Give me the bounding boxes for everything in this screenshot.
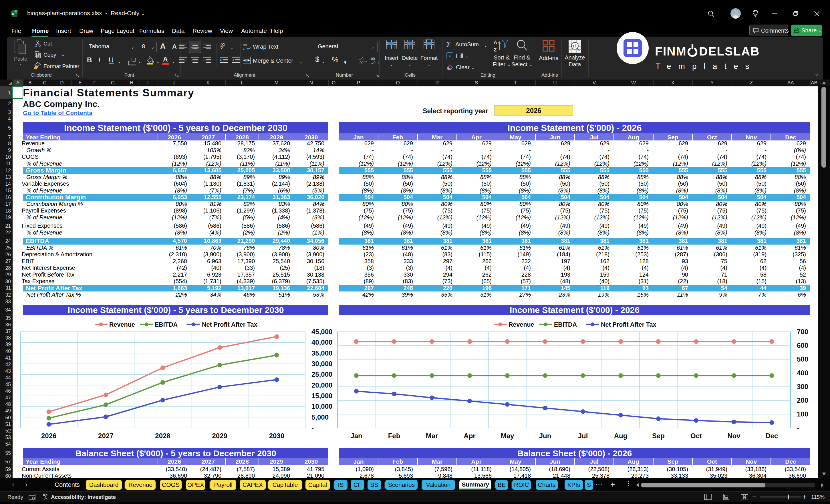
svg-text:Mar: Mar bbox=[426, 432, 438, 440]
svg-text:Sep: Sep bbox=[652, 432, 665, 440]
svg-text:100: 100 bbox=[797, 410, 808, 418]
svg-text:2027: 2027 bbox=[98, 432, 113, 440]
svg-text:45,000: 45,000 bbox=[312, 328, 332, 336]
svg-text:Dec: Dec bbox=[765, 432, 778, 440]
svg-text:May: May bbox=[501, 432, 514, 440]
svg-text:-: - bbox=[312, 424, 314, 432]
svg-text:Oct: Oct bbox=[691, 432, 702, 440]
svg-text:35,000: 35,000 bbox=[312, 349, 332, 357]
svg-text:25,000: 25,000 bbox=[312, 371, 332, 378]
svg-text:Revenue: Revenue bbox=[509, 321, 534, 328]
svg-text:-: - bbox=[797, 424, 799, 432]
svg-text:40,000: 40,000 bbox=[312, 338, 332, 346]
svg-text:A: A bbox=[493, 40, 497, 45]
svg-text:300: 300 bbox=[797, 383, 808, 390]
svg-text:10,000: 10,000 bbox=[312, 403, 332, 410]
svg-text:500: 500 bbox=[797, 355, 808, 363]
svg-text:ab: ab bbox=[243, 43, 247, 47]
svg-text:200: 200 bbox=[797, 397, 808, 404]
svg-text:Nov: Nov bbox=[727, 432, 740, 440]
svg-text:2030: 2030 bbox=[269, 432, 284, 440]
svg-text:Jan: Jan bbox=[350, 432, 362, 440]
svg-text:Jul: Jul bbox=[578, 432, 588, 440]
svg-text:Aug: Aug bbox=[614, 432, 628, 440]
svg-text:x: x bbox=[12, 12, 14, 16]
svg-text:600: 600 bbox=[797, 342, 808, 349]
svg-text:EBITDA: EBITDA bbox=[155, 321, 178, 328]
svg-text:.00: .00 bbox=[359, 61, 363, 65]
svg-text:Net Profit After Tax: Net Profit After Tax bbox=[601, 321, 657, 328]
svg-text:400: 400 bbox=[797, 369, 808, 377]
svg-text:Jun: Jun bbox=[539, 432, 551, 440]
svg-text:→0: →0 bbox=[370, 61, 376, 65]
svg-text:30,000: 30,000 bbox=[312, 360, 332, 368]
svg-text:Feb: Feb bbox=[388, 432, 401, 440]
svg-text:700: 700 bbox=[797, 328, 808, 336]
svg-text:Z: Z bbox=[493, 47, 497, 53]
svg-text:Revenue: Revenue bbox=[109, 321, 135, 328]
svg-text:2026: 2026 bbox=[41, 432, 56, 440]
svg-text:5,000: 5,000 bbox=[312, 413, 329, 421]
svg-text:Apr: Apr bbox=[464, 432, 475, 440]
svg-text:c: c bbox=[243, 46, 245, 50]
svg-text:EBITDA: EBITDA bbox=[554, 321, 577, 328]
svg-text:2028: 2028 bbox=[155, 432, 170, 440]
svg-text:.00: .00 bbox=[370, 57, 375, 61]
svg-text:←0: ←0 bbox=[358, 57, 363, 61]
svg-text:Net Profit After Tax: Net Profit After Tax bbox=[202, 321, 257, 328]
svg-text:15,000: 15,000 bbox=[312, 392, 332, 400]
svg-text:2029: 2029 bbox=[212, 432, 227, 440]
svg-text:20,000: 20,000 bbox=[312, 381, 332, 389]
